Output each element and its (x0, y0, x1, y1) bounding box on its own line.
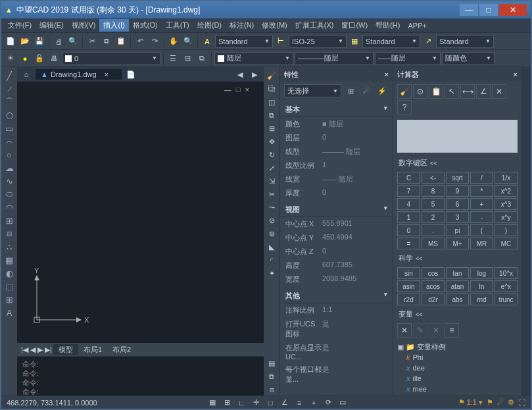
group-icon[interactable]: ⧉ (265, 371, 278, 382)
copy-icon[interactable]: ⧉ (100, 35, 113, 48)
paste-icon[interactable]: 📋 (429, 84, 443, 99)
calc-key[interactable]: * (470, 185, 493, 197)
calc-display[interactable] (397, 120, 518, 153)
close-icon[interactable]: × (385, 70, 389, 78)
property-row[interactable]: 打开UCS图标是 (280, 317, 393, 341)
newtab-icon[interactable]: 📄 (124, 68, 137, 81)
calc-key[interactable]: C (397, 172, 420, 184)
draworder-icon[interactable]: ▤ (265, 357, 278, 369)
calc-key[interactable]: rnd (470, 294, 493, 305)
chamfer-icon[interactable]: ◣ (265, 241, 278, 253)
pan-icon[interactable]: ✋ (167, 35, 180, 48)
dim-icon[interactable]: ⊢ (274, 35, 287, 48)
quickselect-icon[interactable]: ⊞ (344, 84, 357, 97)
calc-key[interactable]: 6 (446, 198, 469, 210)
layer-combo[interactable]: 0▼ (62, 52, 160, 65)
menu-item[interactable]: 视图(V) (68, 19, 100, 32)
property-row[interactable]: 线宽—— 随层 (280, 172, 393, 186)
calc-key[interactable]: - (470, 211, 493, 223)
calc-key[interactable]: 2 (422, 211, 445, 223)
var-header[interactable]: 变量<< (393, 307, 521, 322)
textstyle-combo[interactable]: Standard▼ (215, 35, 273, 48)
settings-icon[interactable]: ⚙ (508, 398, 514, 407)
calc-key[interactable]: 4 (397, 198, 420, 210)
property-row[interactable]: 线型比例1 (280, 159, 393, 172)
explode-icon[interactable]: ✦ (265, 267, 278, 279)
cycle-icon[interactable]: ⟳ (322, 396, 335, 409)
calc-key[interactable]: atan (446, 280, 469, 292)
revcloud-icon[interactable]: ☁ (3, 162, 16, 174)
copy2-icon[interactable]: ⿻ (265, 83, 278, 95)
break-icon[interactable]: ⊘ (265, 215, 278, 226)
snap-icon[interactable]: ⊞ (220, 396, 233, 409)
calc-key[interactable]: ln (470, 280, 493, 292)
home-icon[interactable]: ⌂ (20, 68, 33, 81)
menu-item[interactable]: 工具(T) (162, 19, 193, 32)
calc-key[interactable]: x^3 (495, 198, 518, 210)
calc-key[interactable]: trunc (495, 294, 518, 305)
layeriso-icon[interactable]: ⊟ (181, 52, 194, 65)
calc-key[interactable]: e^x (495, 280, 518, 292)
mleader-icon[interactable]: ↗ (422, 35, 435, 48)
trim-icon[interactable]: ✂ (265, 188, 278, 200)
calc-key[interactable]: asin (397, 280, 420, 292)
property-row[interactable]: 高度607.7385 (280, 259, 393, 272)
calc-key[interactable]: 1/x (495, 172, 518, 184)
mirror-icon[interactable]: ◫ (265, 96, 278, 108)
osnap-icon[interactable]: □ (264, 396, 277, 409)
menu-item[interactable]: 绘图(D) (193, 19, 226, 32)
layer-icon[interactable]: ☀ (4, 52, 17, 65)
var-edit-icon[interactable]: ✎ (413, 323, 427, 338)
maximize-button[interactable]: □ (479, 4, 498, 16)
lwt-icon[interactable]: ≡ (293, 396, 306, 409)
section-header[interactable]: 基本▾ (280, 103, 393, 117)
zoom-icon[interactable]: 🔍 (181, 35, 195, 48)
lineweight-combo[interactable]: —— 随层▼ (375, 52, 441, 65)
freeze-icon[interactable]: ● (18, 52, 32, 65)
spline-icon[interactable]: ∿ (3, 175, 16, 187)
drawing-canvas[interactable]: — □ × X Y (17, 82, 264, 343)
rectangle-icon[interactable]: ▭ (3, 122, 16, 134)
dist-icon[interactable]: ⟷ (460, 84, 475, 99)
layermgr-icon[interactable]: ⧉ (195, 52, 208, 65)
lock-icon[interactable]: 🔓 (33, 52, 46, 65)
calc-key[interactable]: + (470, 198, 493, 210)
array-icon[interactable]: ⊞ (265, 122, 278, 134)
calc-key[interactable]: sqrt (446, 172, 469, 184)
calc-key[interactable]: <- (422, 172, 445, 184)
xline-icon[interactable]: ⟋ (3, 83, 16, 95)
close-button[interactable]: ✕ (499, 4, 527, 16)
doc-window-controls[interactable]: — □ × (224, 86, 251, 93)
line-icon[interactable]: ╱ (3, 70, 16, 82)
property-row[interactable]: 图层0 (280, 131, 393, 145)
plotstyle-combo[interactable]: 随颜色▼ (442, 52, 495, 65)
hatch-icon[interactable]: ▦ (3, 254, 16, 266)
file-tab[interactable]: ▲Drawing1.dwg× (36, 69, 122, 80)
nav-left-icon[interactable]: ◀ (233, 68, 247, 81)
menu-item[interactable]: 帮助(H) (372, 19, 404, 32)
polygon-icon[interactable]: ⬠ (3, 109, 16, 121)
property-row[interactable]: 在原点显示 UC...是 (280, 341, 393, 363)
calc-key[interactable]: 9 (446, 185, 469, 197)
calc-key[interactable]: log (470, 267, 493, 279)
ungroup-icon[interactable]: ⧈ (265, 384, 278, 396)
tree-node[interactable]: xmee (397, 384, 518, 394)
insert-icon[interactable]: ⊞ (3, 215, 16, 226)
section-header[interactable]: 其他▾ (280, 289, 393, 303)
plot-icon[interactable]: 🖶 (47, 52, 60, 65)
menu-item[interactable]: 文件(F) (4, 19, 36, 32)
close-icon[interactable]: × (514, 70, 518, 78)
otrack-icon[interactable]: ∠ (278, 396, 291, 409)
model-icon[interactable]: ▭ (336, 396, 349, 409)
menu-item[interactable]: 格式(O) (129, 19, 162, 32)
gradient-icon[interactable]: ◐ (3, 267, 16, 279)
tablestyle-combo[interactable]: Standard▼ (362, 35, 420, 48)
grid-icon[interactable]: ▦ (206, 396, 219, 409)
annotate-icon[interactable]: A (201, 35, 214, 48)
calc-key[interactable]: / (470, 172, 493, 184)
tab-nav[interactable]: |◀ ◀ ▶ ▶| (21, 346, 52, 354)
nav-right-icon[interactable]: ▶ (248, 68, 261, 81)
layout-tab[interactable]: 布局2 (107, 344, 136, 355)
calc-key[interactable]: r2d (397, 294, 420, 305)
annovisibility-icon[interactable]: ⚑ (487, 398, 493, 407)
